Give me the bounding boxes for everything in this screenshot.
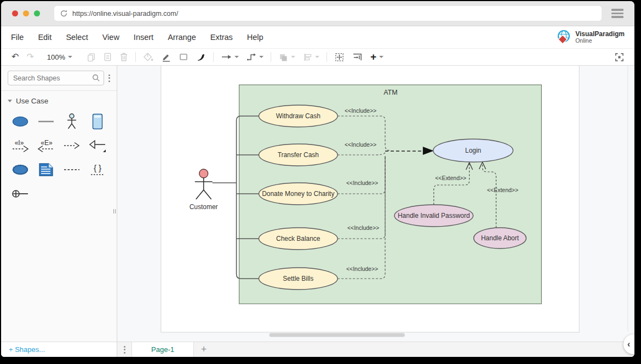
delete-button[interactable] xyxy=(116,50,132,63)
page-tab-bar: Page-1 + xyxy=(117,342,634,357)
browser-bar: https://online.visual-paradigm.com/ xyxy=(1,1,634,26)
reload-icon[interactable] xyxy=(60,9,68,18)
use-case-label: Transfer Cash xyxy=(278,151,319,159)
arrange-order-button[interactable] xyxy=(274,50,299,63)
shape-actor[interactable] xyxy=(61,112,82,131)
format-brush-button[interactable] xyxy=(192,50,210,63)
svg-text:«I»: «I» xyxy=(15,139,24,147)
use-case-withdraw-cash[interactable]: Withdraw Cash xyxy=(259,105,337,127)
visual-paradigm-logo-icon xyxy=(556,30,573,45)
menu-help[interactable]: Help xyxy=(247,33,264,42)
shape-constraint[interactable]: { } xyxy=(87,160,108,179)
maximize-window-button[interactable] xyxy=(34,10,40,16)
section-use-case[interactable]: Use Case xyxy=(1,90,117,110)
use-case-label: Donate Money to Charity xyxy=(262,190,334,198)
shape-system-boundary[interactable] xyxy=(87,112,108,131)
diagram-canvas[interactable]: ATM xyxy=(117,66,634,342)
window-controls xyxy=(12,10,40,16)
fullscreen-button[interactable] xyxy=(611,50,628,63)
shape-dashed-arrow[interactable] xyxy=(61,136,82,155)
shape-style-button[interactable] xyxy=(175,50,192,63)
redo-button[interactable]: ↷ xyxy=(22,50,37,63)
menu-file[interactable]: File xyxy=(11,33,24,42)
menu-select[interactable]: Select xyxy=(66,33,88,42)
include-arrow-icon: «I» xyxy=(12,138,29,153)
note-icon xyxy=(38,163,54,177)
shape-include[interactable]: «I» xyxy=(10,136,31,155)
zoom-select[interactable]: 100% xyxy=(43,50,76,63)
chevron-left-icon: ‹ xyxy=(627,339,630,349)
use-case-check-balance[interactable]: Check Balance xyxy=(259,228,337,250)
undo-button[interactable]: ↶ xyxy=(8,50,22,63)
use-case-label: Settle Bills xyxy=(283,275,313,282)
extend-label: <<Extend>> xyxy=(435,175,466,181)
shape-use-case-oval[interactable] xyxy=(10,112,31,131)
shape-note[interactable] xyxy=(36,160,56,179)
fit-page-width-button[interactable] xyxy=(348,50,367,63)
actor-icon xyxy=(65,113,78,130)
connector-routing-button[interactable] xyxy=(243,50,267,63)
extend-arrow-icon: «E» xyxy=(37,138,55,153)
elbow-connector-icon xyxy=(247,53,256,61)
shape-panel: Use Case xyxy=(1,66,117,357)
use-case-label: Handle Invalid Password xyxy=(398,212,470,219)
close-window-button[interactable] xyxy=(12,10,18,16)
fit-selection-button[interactable] xyxy=(330,50,348,63)
horizontal-scrollbar-thumb[interactable] xyxy=(269,333,404,337)
zoom-value: 100% xyxy=(47,53,65,61)
dashed-arrow-icon xyxy=(64,141,80,151)
address-bar[interactable]: https://online.visual-paradigm.com/ xyxy=(54,6,602,21)
minimize-window-button[interactable] xyxy=(23,10,29,16)
add-page-button[interactable]: + xyxy=(194,342,214,357)
include-label: <<Include>> xyxy=(345,142,376,148)
tab-page-1[interactable]: Page-1 xyxy=(131,342,194,357)
generalization-arrow-icon xyxy=(89,138,106,153)
use-case-transfer-cash[interactable]: Transfer Cash xyxy=(259,144,337,166)
sidebar-footer: + Shapes... xyxy=(1,342,117,357)
shape-generalization[interactable] xyxy=(87,136,108,155)
chevron-down-icon xyxy=(291,56,295,58)
shape-association[interactable] xyxy=(36,112,56,131)
fill-color-button[interactable] xyxy=(139,50,157,63)
use-case-donate-money[interactable]: Donate Money to Charity xyxy=(259,183,337,205)
fill-color-icon xyxy=(143,52,153,62)
use-case-settle-bills[interactable]: Settle Bills xyxy=(259,268,337,290)
paste-style-button[interactable] xyxy=(100,50,116,63)
chevron-down-icon xyxy=(259,56,264,58)
browser-menu-icon[interactable] xyxy=(611,9,623,18)
collaboration-cloud-icon xyxy=(12,164,29,176)
shape-extend[interactable]: «E» xyxy=(36,136,56,155)
pages-menu-icon[interactable] xyxy=(117,342,131,357)
rectangle-icon xyxy=(179,52,188,62)
shape-dashed-line[interactable] xyxy=(61,160,82,179)
insert-shape-button[interactable]: + xyxy=(367,50,387,63)
url-text: https://online.visual-paradigm.com/ xyxy=(72,10,178,18)
include-label: <<Include>> xyxy=(345,108,376,114)
constraint-braces-icon: { } xyxy=(89,162,106,177)
use-case-login[interactable]: Login xyxy=(433,139,513,162)
use-case-handle-invalid-password[interactable]: Handle Invalid Password xyxy=(394,205,473,227)
align-button[interactable] xyxy=(299,50,323,63)
shape-collaboration[interactable] xyxy=(10,160,31,179)
copy-button[interactable] xyxy=(83,50,100,63)
search-input[interactable] xyxy=(8,71,104,85)
plus-icon: + xyxy=(370,51,376,63)
svg-text:{ }: { } xyxy=(94,163,101,172)
layers-icon xyxy=(278,53,288,62)
use-case-handle-abort[interactable]: Handle Abort xyxy=(474,228,526,249)
panel-resize-handle[interactable] xyxy=(113,209,116,213)
panel-menu-icon[interactable] xyxy=(104,73,114,83)
association-line-icon xyxy=(38,119,54,124)
more-shapes-link[interactable]: + Shapes... xyxy=(9,345,45,354)
use-case-label: Check Balance xyxy=(276,235,321,242)
line-color-button[interactable] xyxy=(157,50,175,63)
menu-view[interactable]: View xyxy=(102,33,119,42)
fit-selection-icon xyxy=(334,52,345,62)
brush-icon xyxy=(196,52,206,62)
menu-insert[interactable]: Insert xyxy=(134,33,153,42)
shape-socket-interface[interactable] xyxy=(10,184,31,203)
connector-style-button[interactable] xyxy=(217,50,243,63)
menu-edit[interactable]: Edit xyxy=(38,33,51,42)
menu-arrange[interactable]: Arrange xyxy=(168,33,196,42)
menu-extras[interactable]: Extras xyxy=(210,33,233,42)
